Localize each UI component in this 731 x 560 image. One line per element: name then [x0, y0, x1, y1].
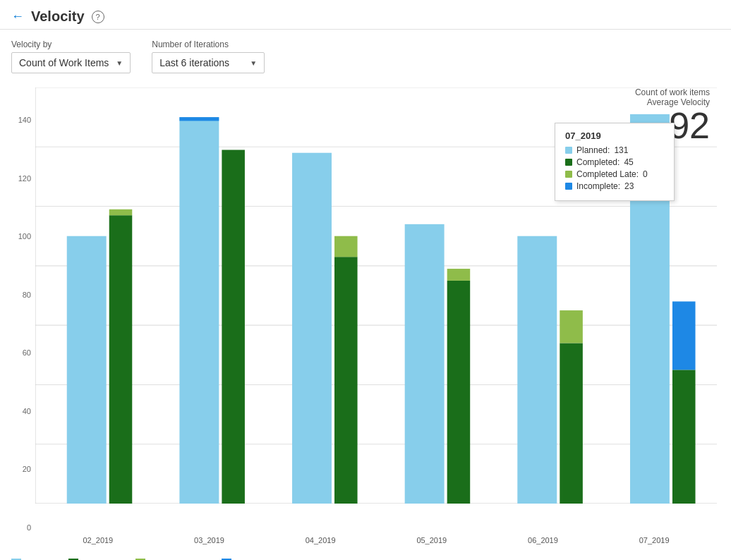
help-icon[interactable]: ? — [92, 11, 104, 23]
x-label-07: 07_2019 — [635, 536, 674, 544]
bar-06-completed-late — [560, 310, 583, 343]
tooltip-completed-dot — [565, 159, 572, 166]
header: ← Velocity ? — [0, 0, 731, 30]
y-label-80: 80 — [23, 291, 31, 299]
tooltip-incomplete-value: 23 — [624, 181, 634, 191]
bar-06-completed — [560, 343, 583, 504]
back-button[interactable]: ← — [11, 9, 24, 24]
bar-07-completed — [672, 370, 696, 504]
tooltip-planned-row: Planned: 131 — [565, 145, 664, 155]
y-label-20: 20 — [23, 465, 31, 473]
iterations-control: Number of Iterations Last 6 iterations ▼ — [152, 39, 265, 73]
x-label-04: 04_2019 — [301, 536, 340, 544]
bar-03-indicator — [179, 117, 219, 121]
bar-02-completed — [109, 215, 133, 504]
tooltip-completed-late-label: Completed Late: — [576, 169, 639, 179]
bar-03-planned — [179, 117, 219, 504]
x-axis-labels: 02_2019 03_2019 04_2019 05_2019 06_2019 … — [35, 536, 717, 544]
tooltip-completed-late-dot — [565, 171, 572, 178]
bar-02-planned — [67, 236, 107, 504]
tooltip-completed-row: Completed: 45 — [565, 157, 664, 167]
bar-06-planned — [517, 236, 557, 504]
tooltip: 07_2019 Planned: 131 Completed: 45 Compl… — [555, 123, 675, 201]
tooltip-incomplete-row: Incomplete: 23 — [565, 181, 664, 191]
y-label-100: 100 — [18, 232, 31, 241]
x-label-02: 02_2019 — [78, 536, 117, 544]
velocity-by-control: Velocity by Count of Work Items ▼ — [11, 39, 131, 73]
velocity-by-dropdown[interactable]: Count of Work Items ▼ — [11, 52, 131, 73]
tooltip-planned-value: 131 — [614, 145, 628, 155]
tooltip-planned-label: Planned: — [576, 145, 610, 155]
velocity-by-chevron: ▼ — [116, 59, 123, 67]
tooltip-completed-late-row: Completed Late: 0 — [565, 169, 664, 179]
y-label-60: 60 — [23, 348, 31, 357]
y-label-40: 40 — [23, 407, 31, 415]
bar-07-incomplete — [672, 301, 696, 370]
velocity-by-value: Count of Work Items — [19, 57, 109, 68]
chart-area: Count of work items Average Velocity 92 … — [0, 80, 731, 560]
tooltip-title: 07_2019 — [565, 130, 664, 141]
x-label-03: 03_2019 — [190, 536, 229, 544]
tooltip-completed-late-value: 0 — [643, 169, 648, 179]
tooltip-planned-dot — [565, 147, 572, 154]
x-label-06: 06_2019 — [524, 536, 562, 544]
tooltip-incomplete-label: Incomplete: — [576, 181, 620, 191]
bar-02-completed-late — [109, 209, 133, 215]
x-label-05: 05_2019 — [412, 536, 451, 544]
y-axis: 140 120 100 80 60 40 20 0 — [0, 116, 35, 532]
bar-04-planned — [292, 153, 332, 504]
tooltip-completed-value: 45 — [624, 157, 633, 167]
velocity-by-label: Velocity by — [11, 39, 131, 49]
page-wrapper: ← Velocity ? Velocity by Count of Work I… — [0, 0, 731, 560]
bar-05-completed — [447, 281, 471, 504]
y-label-140: 140 — [18, 116, 31, 124]
bar-03-completed — [222, 150, 245, 504]
iterations-label: Number of Iterations — [152, 39, 265, 49]
tooltip-incomplete-dot — [565, 183, 572, 190]
y-label-0: 0 — [27, 523, 31, 532]
tooltip-completed-label: Completed: — [576, 157, 620, 167]
bar-05-completed-late — [447, 269, 471, 281]
bar-05-planned — [405, 224, 445, 504]
iterations-chevron: ▼ — [250, 59, 257, 67]
controls-row: Velocity by Count of Work Items ▼ Number… — [0, 30, 731, 80]
iterations-value: Last 6 iterations — [159, 57, 229, 68]
page-title: Velocity — [31, 8, 85, 25]
iterations-dropdown[interactable]: Last 6 iterations ▼ — [152, 52, 265, 73]
y-label-120: 120 — [18, 174, 31, 183]
bar-04-completed — [334, 257, 358, 504]
bar-04-completed-late — [334, 236, 358, 257]
